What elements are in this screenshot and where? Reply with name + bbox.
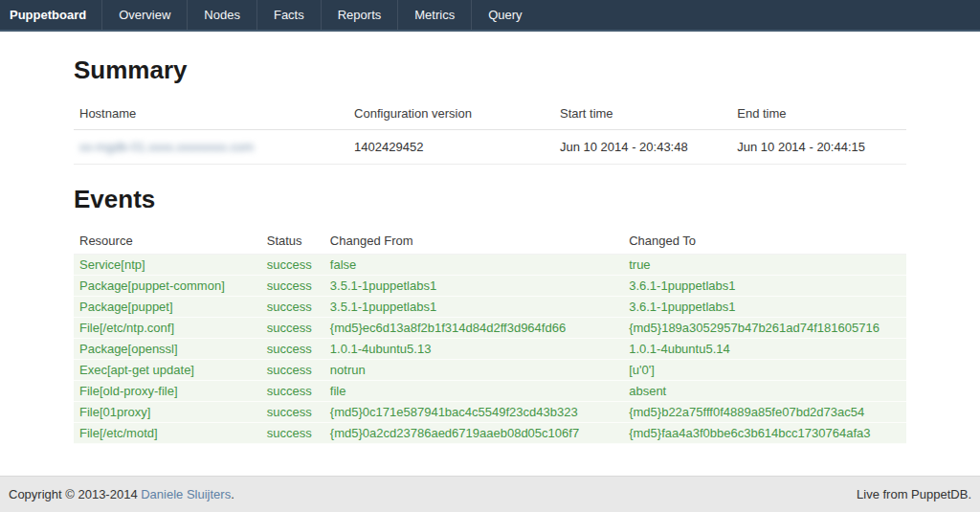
event-changed-to: {md5}189a3052957b47b261ad74f181605716 — [623, 318, 906, 339]
hostname-link[interactable]: xx-mgdb-01.xxxx.xxxxxxxx.com — [79, 140, 254, 154]
event-changed-to: true — [623, 255, 906, 276]
event-changed-from: file — [324, 381, 623, 402]
main-content: Summary Hostname Configuration version S… — [0, 32, 980, 476]
event-status: success — [261, 402, 324, 423]
copyright-text: Copyright © 2013-2014 Daniele Sluijters. — [9, 487, 234, 501]
event-resource: Package[openssl] — [74, 339, 261, 360]
summary-col-start-time: Start time — [554, 98, 731, 130]
event-status: success — [261, 339, 324, 360]
event-resource: Service[ntp] — [74, 255, 261, 276]
top-navbar: Puppetboard OverviewNodesFactsReportsMet… — [0, 0, 980, 32]
event-changed-to: {md5}faa4a3f0bbe6c3b614bcc1730764afa3 — [623, 423, 906, 444]
event-row: Exec[apt-get update] success notrun [u'0… — [74, 360, 906, 381]
events-col-changed-to: Changed To — [623, 227, 906, 255]
event-changed-from: 3.5.1-1puppetlabs1 — [324, 297, 623, 318]
event-status: success — [261, 255, 324, 276]
summary-col-config-version: Configuration version — [348, 98, 554, 130]
brand-puppetboard[interactable]: Puppetboard — [0, 0, 101, 30]
events-col-resource: Resource — [74, 227, 261, 255]
event-changed-from: {md5}0a2cd23786aed6719aaeb08d05c106f7 — [324, 423, 623, 444]
config-version-value: 1402429452 — [348, 130, 554, 165]
event-status: success — [261, 318, 324, 339]
event-status: success — [261, 297, 324, 318]
nav-item[interactable]: Nodes — [187, 0, 256, 30]
event-resource: File[old-proxy-file] — [74, 381, 261, 402]
event-resource: File[/etc/motd] — [74, 423, 261, 444]
copyright-suffix: . — [231, 487, 234, 501]
footer: Copyright © 2013-2014 Daniele Sluijters.… — [0, 476, 980, 512]
summary-heading: Summary — [74, 56, 906, 85]
nav-item[interactable]: Reports — [321, 0, 398, 30]
event-changed-from: notrun — [324, 360, 623, 381]
start-time-value: Jun 10 2014 - 20:43:48 — [554, 130, 731, 165]
event-status: success — [261, 423, 324, 444]
event-changed-to: 1.0.1-4ubuntu5.14 — [623, 339, 906, 360]
author-link[interactable]: Daniele Sluijters — [141, 487, 231, 501]
event-resource: File[/etc/ntp.conf] — [74, 318, 261, 339]
event-row: Package[puppet] success 3.5.1-1puppetlab… — [74, 297, 906, 318]
copyright-prefix: Copyright © 2013-2014 — [9, 487, 141, 501]
event-resource: Exec[apt-get update] — [74, 360, 261, 381]
nav-item[interactable]: Metrics — [397, 0, 471, 30]
event-status: success — [261, 276, 324, 297]
event-changed-from: 1.0.1-4ubuntu5.13 — [324, 339, 623, 360]
summary-header-row: Hostname Configuration version Start tim… — [74, 98, 906, 130]
end-time-value: Jun 10 2014 - 20:44:15 — [731, 130, 906, 165]
events-header-row: Resource Status Changed From Changed To — [74, 227, 906, 255]
event-changed-from: {md5}ec6d13a8f2b1f314d84d2ff3d964fd66 — [324, 318, 623, 339]
event-row: Package[puppet-common] success 3.5.1-1pu… — [74, 276, 906, 297]
summary-col-hostname: Hostname — [74, 98, 348, 130]
event-changed-to: 3.6.1-1puppetlabs1 — [623, 276, 906, 297]
event-changed-to: [u'0'] — [623, 360, 906, 381]
summary-table: Hostname Configuration version Start tim… — [74, 98, 906, 165]
event-changed-to: {md5}b22a75fff0f4889a85fe07bd2d73ac54 — [623, 402, 906, 423]
event-resource: Package[puppet-common] — [74, 276, 261, 297]
event-changed-to: absent — [623, 381, 906, 402]
events-col-status: Status — [261, 227, 324, 255]
event-row: File[/etc/ntp.conf] success {md5}ec6d13a… — [74, 318, 906, 339]
summary-row: xx-mgdb-01.xxxx.xxxxxxxx.com 1402429452 … — [74, 130, 906, 165]
event-status: success — [261, 360, 324, 381]
nav-item[interactable]: Query — [471, 0, 538, 30]
event-row: Service[ntp] success false true — [74, 255, 906, 276]
event-resource: File[01proxy] — [74, 402, 261, 423]
event-changed-from: 3.5.1-1puppetlabs1 — [324, 276, 623, 297]
event-changed-from: {md5}0c171e587941bac4c5549f23cd43b323 — [324, 402, 623, 423]
nav-item[interactable]: Facts — [256, 0, 321, 30]
event-resource: Package[puppet] — [74, 297, 261, 318]
events-col-changed-from: Changed From — [324, 227, 623, 255]
event-changed-from: false — [324, 255, 623, 276]
event-changed-to: 3.6.1-1puppetlabs1 — [623, 297, 906, 318]
events-heading: Events — [74, 185, 906, 214]
event-row: Package[openssl] success 1.0.1-4ubuntu5.… — [74, 339, 906, 360]
summary-col-end-time: End time — [731, 98, 906, 130]
events-table: Resource Status Changed From Changed To … — [74, 227, 906, 444]
event-row: File[old-proxy-file] success file absent — [74, 381, 906, 402]
event-status: success — [261, 381, 324, 402]
live-from-puppetdb-text: Live from PuppetDB. — [857, 487, 971, 501]
event-row: File[/etc/motd] success {md5}0a2cd23786a… — [74, 423, 906, 444]
event-row: File[01proxy] success {md5}0c171e587941b… — [74, 402, 906, 423]
nav-item[interactable]: Overview — [101, 0, 187, 30]
